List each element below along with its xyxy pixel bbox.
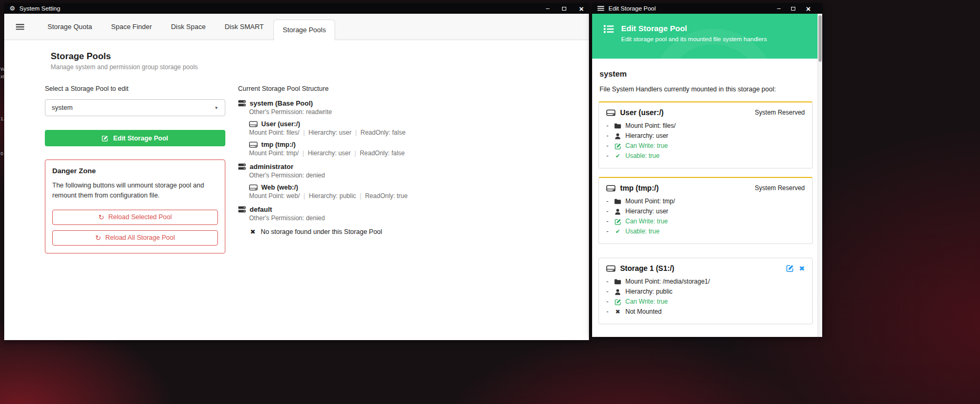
tab-space-finder[interactable]: Space Finder (102, 14, 161, 40)
close-button[interactable]: × (806, 5, 811, 13)
edit-storage-pool-button[interactable]: Edit Storage Pool (45, 130, 225, 146)
edit-pool-body: system File System Handlers currently mo… (592, 59, 822, 337)
refresh-icon: ↻ (96, 234, 101, 241)
mount-point-text: Mount Point: /media/storage1/ (625, 277, 710, 287)
tab-disk-smart[interactable]: Disk SMART (215, 14, 273, 40)
bullet-dash: - (606, 131, 613, 141)
tree-pool: administrator Other's Permission: denied… (238, 163, 407, 200)
remove-handler-button[interactable]: ✖ (799, 265, 805, 272)
scrollbar-thumb[interactable] (819, 15, 822, 62)
handler-row: - Can Write: true (606, 141, 805, 151)
separator: | (355, 149, 356, 157)
tab-storage-quota[interactable]: Storage Quota (38, 14, 102, 40)
user-icon (613, 289, 622, 295)
storage-hierarchy: Hierarchy: user (309, 129, 351, 136)
edit-icon (613, 143, 622, 149)
titlebar: ⚙ System Setting – × (4, 3, 589, 14)
bullet-dash: - (606, 141, 613, 151)
maximize-button[interactable] (562, 7, 566, 11)
danger-zone-description: The following buttons will unmount stora… (52, 181, 211, 201)
handler-row: - Hierarchy: user (606, 206, 805, 217)
empty-message-text: No storage found under this Storage Pool (261, 228, 382, 236)
scrollbar[interactable] (817, 14, 822, 337)
edit-button-label: Edit Storage Pool (113, 135, 168, 142)
hierarchy-text: Hierarchy: public (625, 287, 672, 297)
folder-icon (613, 123, 622, 129)
handler-row: - Can Write: true (606, 217, 805, 227)
list-icon (604, 25, 614, 59)
structure-title: Current Storage Pool Structure (238, 85, 407, 92)
edit-icon (613, 299, 622, 305)
minimize-button[interactable]: – (546, 5, 550, 12)
system-reserved-badge: System Reserved (755, 184, 805, 192)
reload-all-pool-button[interactable]: ↻ Reload All Storage Pool (52, 230, 218, 246)
server-icon (238, 206, 246, 213)
hdd-icon (249, 142, 258, 148)
separator: | (355, 129, 357, 136)
handler-row: - Can Write: true (606, 297, 805, 307)
reload-selected-label: Reload Selected Pool (108, 213, 172, 221)
bullet-dash: - (606, 277, 613, 287)
hdd-icon (606, 265, 615, 272)
tab-storage-pools[interactable]: Storage Pools (273, 20, 336, 40)
storage-readonly: ReadOnly: false (360, 129, 405, 136)
select-pool-label: Select a Storage Pool to edit (45, 85, 225, 92)
edit-pool-header: Edit Storage Pool Edit storage pool and … (592, 14, 822, 59)
storage-mount: Mount Point: tmp/ (249, 149, 299, 157)
desktop: W xt 1. 0 ⚙ System Setting – × Storage Q… (0, 0, 980, 404)
minimize-button[interactable]: – (777, 5, 781, 12)
page-title: Storage Pools (51, 51, 573, 62)
handler-row: - Mount Point: tmp/ (606, 196, 805, 206)
storage-pools-page: Storage Pools Manage system and permissi… (4, 40, 589, 253)
menu-icon[interactable] (597, 6, 604, 11)
separator: | (303, 192, 305, 200)
bullet-dash: - (606, 121, 613, 131)
storage-pool-select[interactable]: system ▼ (45, 99, 225, 116)
pool-permission: Other's Permission: denied (249, 214, 407, 222)
tree-storage: tmp (tmp:/) Mount Point: tmp/|Hierarchy:… (249, 141, 407, 157)
selected-pool-value: system (52, 104, 73, 111)
handler-row: - Mount Point: files/ (606, 121, 805, 131)
mount-point-text: Mount Point: files/ (625, 121, 675, 131)
usable-text: Usable: true (625, 151, 660, 161)
server-icon (238, 163, 246, 170)
edit-icon (102, 135, 108, 142)
tab-bar: Storage Quota Space Finder Disk Space Di… (4, 14, 589, 40)
hdd-icon (249, 184, 258, 191)
can-write-text: Can Write: true (625, 141, 668, 151)
window-title: Edit Storage Pool (608, 5, 656, 12)
system-setting-window: ⚙ System Setting – × Storage Quota Space… (4, 3, 589, 340)
folder-icon (613, 199, 622, 204)
menu-icon[interactable] (16, 24, 24, 30)
chevron-down-icon: ▼ (214, 106, 218, 110)
separator: | (302, 149, 304, 157)
hdd-icon (606, 185, 615, 192)
tree-storage: User (user:/) Mount Point: files/|Hierar… (249, 120, 407, 136)
close-button[interactable]: × (579, 5, 584, 13)
reload-selected-pool-button[interactable]: ↻ Reload Selected Pool (52, 210, 218, 225)
can-write-text: Can Write: true (625, 217, 668, 227)
edit-handler-button[interactable] (786, 265, 794, 272)
storage-name: User (user:/) (261, 120, 300, 128)
refresh-icon: ↻ (98, 214, 104, 221)
storage-mount: Mount Point: web/ (249, 192, 300, 200)
tab-disk-space[interactable]: Disk Space (161, 14, 215, 40)
handler-row: - ✔ Usable: true (606, 151, 805, 161)
edit-storage-pool-window: Edit Storage Pool – × Edit Storage Pool … (592, 3, 822, 337)
bullet-dash: - (606, 151, 613, 161)
handler-row: - ✖ Not Mounted (606, 307, 805, 317)
pool-name: administrator (250, 163, 293, 171)
bullet-dash: - (606, 227, 613, 237)
reload-all-label: Reload All Storage Pool (105, 234, 175, 241)
desktop-icon-label-fragment: xt (1, 74, 4, 79)
handler-row: - ✔ Usable: true (606, 227, 805, 237)
pool-permission: Other's Permission: denied (249, 172, 407, 179)
empty-pool-message: ✖ No storage found under this Storage Po… (250, 228, 407, 236)
maximize-button[interactable] (791, 7, 795, 11)
pool-name: default (250, 205, 272, 213)
storage-hierarchy: Hierarchy: user (308, 149, 350, 157)
pool-name: system (Base Pool) (250, 99, 313, 107)
fs-handler-card: tmp (tmp:/) System Reserved - Mount Poin… (598, 177, 813, 244)
danger-zone-card: Danger Zone The following buttons will u… (45, 159, 225, 253)
fs-handler-card: User (user:/) System Reserved - Mount Po… (598, 101, 813, 168)
